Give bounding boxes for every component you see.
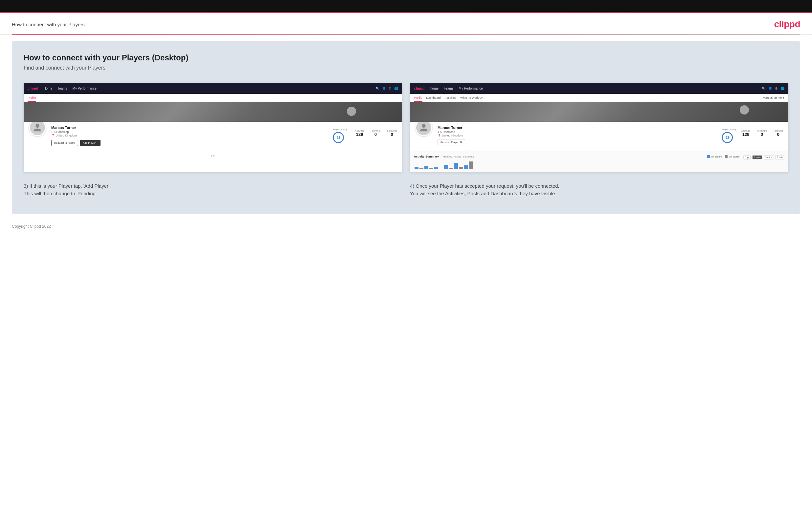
right-stat-activities: Activities 129 xyxy=(742,130,751,137)
off-course-legend-dot xyxy=(725,155,727,158)
time-3mths-button[interactable]: 3 mths xyxy=(764,155,774,160)
left-stat-following: Following 0 xyxy=(387,130,397,137)
left-player-details: Marcus Turner 1-5 Handicap 📍 United King… xyxy=(51,126,327,146)
left-player-name: Marcus Turner xyxy=(51,126,327,130)
caption-right-text: 4) Once your Player has accepted your re… xyxy=(410,182,789,197)
left-nav-icons: 🔍 👤 ⚙ 🌐 xyxy=(375,87,398,90)
add-player-button[interactable]: Add Player + xyxy=(80,140,101,146)
main-content: How to connect with your Players (Deskto… xyxy=(12,41,800,214)
right-search-icon[interactable]: 🔍 xyxy=(762,87,766,90)
right-remove-btn-area: Remove Player ✕ xyxy=(438,139,716,146)
request-follow-button[interactable]: Request to Follow xyxy=(51,140,78,146)
player-dropdown[interactable]: Marcus Turner ▾ xyxy=(763,96,784,100)
time-6mths-button[interactable]: 6 mths xyxy=(752,155,762,160)
right-tabs-group: Profile Dashboard Activities What To Wor… xyxy=(414,94,484,102)
left-player-location: 📍 United Kingdom xyxy=(51,134,327,137)
avatar-icon xyxy=(33,123,42,132)
clippd-logo: clippd xyxy=(774,19,800,30)
left-nav-home[interactable]: Home xyxy=(43,87,52,90)
right-player-details: Marcus Turner 1-5 Handicap 📍 United King… xyxy=(438,126,716,146)
tab-what-to-work-on[interactable]: What To Work On xyxy=(460,94,484,102)
right-navbar: clippd Home Teams My Performance 🔍 👤 ⚙ 🌐 xyxy=(410,83,789,94)
bar-5-off xyxy=(459,167,463,169)
left-stat-followers: Followers 0 xyxy=(370,130,380,137)
page-footer: Copyright Clippd 2022 xyxy=(0,220,812,233)
bar-3-off xyxy=(439,169,443,169)
activity-summary: Activity Summary Monthly Activity · 6 Mo… xyxy=(410,151,789,172)
on-course-legend-label: On course xyxy=(711,156,722,158)
right-stats-group: Activities 129 Followers 0 Following 0 xyxy=(742,130,783,137)
left-nav-performance[interactable]: My Performance xyxy=(72,87,97,90)
main-title: How to connect with your Players (Deskto… xyxy=(23,53,789,62)
bar-4-off xyxy=(449,168,453,169)
screenshots-row: clippd Home Teams My Performance 🔍 👤 ⚙ 🌐… xyxy=(23,83,789,172)
right-nav-performance[interactable]: My Performance xyxy=(459,87,483,90)
time-buttons: 1 yr 6 mths 3 mths 1 mth xyxy=(743,154,784,160)
bar-1-off xyxy=(419,168,423,169)
screenshot-right: clippd Home Teams My Performance 🔍 👤 ⚙ 🌐… xyxy=(410,83,789,172)
left-tabs: Profile xyxy=(23,94,402,102)
tab-activities-right[interactable]: Activities xyxy=(445,94,457,102)
left-banner xyxy=(23,102,402,122)
left-bottom-clip: ✂ xyxy=(23,151,402,161)
right-quality-label: Player Quality xyxy=(722,128,736,130)
tab-profile-right[interactable]: Profile xyxy=(414,94,422,102)
right-stat-following: Following 0 xyxy=(773,130,783,137)
right-profile-icon[interactable]: 👤 xyxy=(768,87,772,90)
left-player-handicap: 1-5 Handicap xyxy=(51,130,327,133)
tab-profile-left[interactable]: Profile xyxy=(28,94,36,102)
captions-row: 3) If this is your Player tap, 'Add Play… xyxy=(23,182,789,197)
left-navbar: clippd Home Teams My Performance 🔍 👤 ⚙ 🌐 xyxy=(23,83,402,94)
settings-icon[interactable]: ⚙ xyxy=(389,87,392,90)
bar-6-off xyxy=(469,161,473,169)
activity-subtitle: Monthly Activity · 6 Months xyxy=(443,155,474,158)
right-profile: Marcus Turner 1-5 Handicap 📍 United King… xyxy=(410,122,789,151)
on-course-legend-dot xyxy=(707,155,710,158)
bar-2-off xyxy=(429,168,433,169)
bar-3-on xyxy=(434,167,438,169)
bar-6-on xyxy=(464,165,468,169)
activity-title: Activity Summary xyxy=(414,155,439,158)
bar-5-on xyxy=(454,163,458,169)
right-nav-home[interactable]: Home xyxy=(429,87,439,90)
header-divider xyxy=(12,35,800,35)
activity-controls: On course Off course 1 yr 6 mths 3 mths … xyxy=(707,154,784,160)
left-quality-circle: 92 xyxy=(333,132,344,143)
left-quality-section: Player Quality 92 xyxy=(333,128,347,143)
left-stat-activities: Activities 129 xyxy=(355,130,364,137)
time-1mth-button[interactable]: 1 mth xyxy=(775,155,784,160)
caption-left: 3) If this is your Player tap, 'Add Play… xyxy=(23,182,402,197)
remove-player-button[interactable]: Remove Player ✕ xyxy=(438,139,465,146)
copyright-text: Copyright Clippd 2022 xyxy=(12,224,51,229)
caption-left-text: 3) If this is your Player tap, 'Add Play… xyxy=(23,182,402,197)
caption-right: 4) Once your Player has accepted your re… xyxy=(410,182,789,197)
activity-chart xyxy=(414,161,784,169)
right-avatar-icon xyxy=(419,123,428,132)
banner-circle-1 xyxy=(347,107,356,116)
left-nav-logo: clippd xyxy=(28,86,38,90)
bar-1-on xyxy=(414,167,418,169)
right-banner-circle xyxy=(740,105,749,115)
right-player-location: 📍 United Kingdom xyxy=(438,134,716,137)
right-nav-logo: clippd xyxy=(414,86,424,90)
right-banner xyxy=(410,102,789,122)
right-settings-icon[interactable]: ⚙ xyxy=(775,87,778,90)
time-1yr-button[interactable]: 1 yr xyxy=(743,155,751,160)
profile-icon[interactable]: 👤 xyxy=(382,87,386,90)
page-header: How to connect with your Players clippd xyxy=(0,13,812,35)
search-icon[interactable]: 🔍 xyxy=(375,87,379,90)
bar-2-on xyxy=(424,166,428,169)
right-globe-icon[interactable]: 🌐 xyxy=(780,87,784,90)
left-quality-label: Player Quality xyxy=(333,128,347,130)
bar-4-on xyxy=(444,165,448,169)
right-quality-section: Player Quality 92 xyxy=(722,128,736,143)
left-nav-teams[interactable]: Teams xyxy=(57,87,67,90)
tab-dashboard-right[interactable]: Dashboard xyxy=(426,94,441,102)
left-profile: Marcus Turner 1-5 Handicap 📍 United King… xyxy=(23,122,402,151)
left-stats-group: Activities 129 Followers 0 Following 0 xyxy=(355,130,397,137)
page-header-title: How to connect with your Players xyxy=(12,22,85,27)
globe-icon[interactable]: 🌐 xyxy=(394,87,398,90)
right-nav-teams[interactable]: Teams xyxy=(444,87,453,90)
screenshot-left: clippd Home Teams My Performance 🔍 👤 ⚙ 🌐… xyxy=(23,83,402,172)
left-player-buttons: Request to Follow Add Player + xyxy=(51,140,327,146)
